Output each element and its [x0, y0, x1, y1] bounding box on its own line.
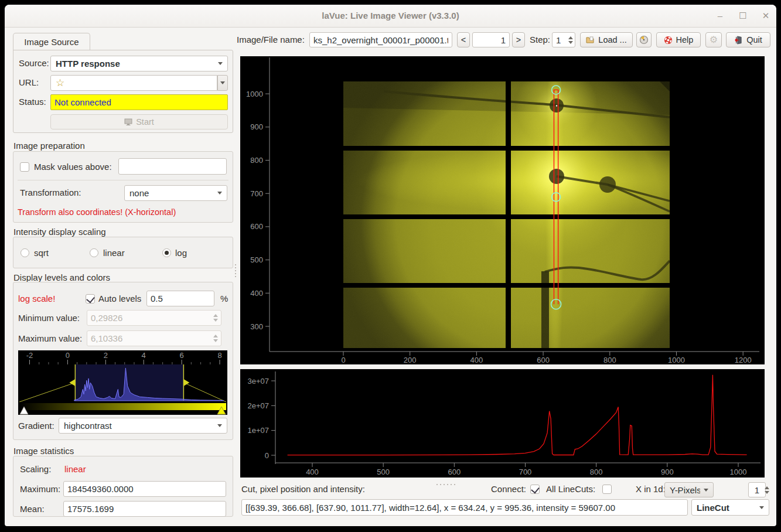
svg-text:900: 900	[661, 468, 674, 476]
svg-text:-2: -2	[26, 351, 33, 360]
file-name-input[interactable]	[309, 32, 452, 47]
all-linecuts-checkbox[interactable]	[602, 485, 612, 494]
svg-text:400: 400	[470, 356, 483, 364]
minimize-icon[interactable]: –	[715, 11, 725, 21]
chevron-down-icon	[217, 424, 222, 427]
mask-value-input[interactable]	[118, 158, 227, 175]
transformation-label: Transformation:	[20, 185, 81, 200]
svg-text:600: 600	[250, 222, 263, 231]
minimum-spin-arrows[interactable]	[211, 310, 220, 326]
splitter-handle-cut-controls[interactable]	[435, 479, 456, 489]
favorite-star-icon[interactable]: ☆	[56, 77, 64, 89]
spin-down-icon[interactable]	[213, 319, 218, 322]
step-spin-arrows[interactable]	[566, 32, 575, 47]
image-statistics-title: Image statistics	[13, 446, 74, 456]
svg-text:6: 6	[179, 351, 183, 360]
start-button-label: Start	[136, 117, 154, 127]
linecut-count-arrows[interactable]	[762, 482, 772, 497]
svg-text:500: 500	[250, 255, 263, 264]
prev-frame-button[interactable]: <	[457, 32, 470, 47]
svg-text:1200: 1200	[735, 356, 752, 364]
intensity-scaling-title: Intensity display scaling	[13, 227, 106, 237]
vertical-splitter-handle[interactable]	[235, 262, 236, 279]
all-linecuts-label: All LineCuts:	[546, 482, 595, 497]
tab-image-source[interactable]: Image Source	[13, 33, 90, 50]
chevron-down-icon	[220, 81, 225, 84]
svg-text:8: 8	[217, 351, 221, 360]
close-icon[interactable]: ✕	[760, 11, 771, 21]
levels-histogram-widget[interactable]: -202468	[18, 350, 227, 415]
chevron-down-icon	[759, 506, 764, 509]
settings-button[interactable]: ⚙	[705, 32, 722, 47]
url-input[interactable]: ☆	[50, 75, 217, 91]
mask-checkbox[interactable]	[20, 162, 29, 172]
url-dropdown-button[interactable]	[217, 75, 228, 91]
detector-image-plot[interactable]: 3004005006007008009001000020040060080010…	[240, 56, 765, 364]
quit-button-label: Quit	[746, 35, 762, 45]
stat-scaling-value: linear	[64, 462, 86, 477]
maximum-spin-arrows[interactable]	[211, 330, 220, 346]
svg-text:1000: 1000	[246, 90, 263, 98]
stat-mean-input[interactable]	[63, 501, 226, 517]
spin-down-icon[interactable]	[765, 491, 769, 494]
radio-linear[interactable]	[90, 248, 98, 257]
connect-checkbox[interactable]	[530, 485, 540, 494]
radio-log-label: log	[175, 245, 187, 261]
svg-text:4: 4	[142, 351, 146, 360]
titlebar[interactable]: laVue: Live Image Viewer (v3.3.0) – ☐ ✕	[5, 5, 776, 28]
connect-label: Connect:	[491, 482, 526, 497]
lifebuoy-icon	[664, 36, 673, 45]
load-button[interactable]: Load ...	[580, 32, 633, 47]
tool-select[interactable]: LineCut	[691, 499, 769, 516]
start-button[interactable]: Start	[50, 114, 228, 129]
auto-levels-input[interactable]	[146, 291, 214, 306]
folder-icon	[586, 36, 595, 44]
gradient-bar[interactable]	[19, 403, 226, 410]
svg-text:0: 0	[66, 351, 70, 360]
app-window: laVue: Live Image Viewer (v3.3.0) – ☐ ✕ …	[5, 5, 776, 526]
radio-linear-label: linear	[103, 245, 125, 261]
stat-maximum-label: Maximum:	[20, 482, 60, 497]
gradient-select[interactable]: highcontrast	[59, 418, 227, 434]
status-label: Status:	[19, 94, 46, 110]
auto-levels-checkbox[interactable]	[86, 294, 95, 303]
transformation-select[interactable]: none	[124, 185, 227, 201]
url-label: URL:	[19, 75, 39, 90]
help-button[interactable]: Help	[656, 32, 701, 47]
radio-sqrt[interactable]	[21, 248, 29, 257]
spin-up-icon[interactable]	[213, 314, 218, 317]
radio-log[interactable]	[162, 248, 171, 257]
svg-text:0: 0	[265, 451, 269, 460]
help-button-label: Help	[676, 35, 694, 45]
spin-down-icon[interactable]	[213, 339, 218, 342]
minimum-value-input[interactable]	[87, 310, 221, 326]
detector-image-svg: 3004005006007008009001000020040060080010…	[240, 56, 765, 364]
spin-up-icon[interactable]	[213, 335, 218, 337]
cut-position-intensity-field[interactable]	[241, 499, 688, 516]
spin-up-icon[interactable]	[568, 36, 573, 39]
timer-button[interactable]	[636, 32, 652, 47]
log-scale-note: log scale!	[18, 291, 55, 306]
source-select[interactable]: HTTP response	[50, 56, 228, 71]
next-frame-button[interactable]: >	[512, 32, 525, 47]
svg-text:300: 300	[250, 322, 263, 331]
svg-text:2e+07: 2e+07	[247, 401, 269, 410]
x-in-1d-select[interactable]: Y-Pixels	[664, 482, 714, 497]
linecut-plot-svg: 01e+072e+073e+074005006007008009001000	[240, 369, 765, 478]
stat-mean-label: Mean:	[20, 502, 45, 517]
maximize-icon[interactable]: ☐	[738, 11, 748, 21]
load-button-label: Load ...	[598, 35, 626, 45]
transformation-value: none	[129, 188, 214, 198]
svg-text:1000: 1000	[730, 468, 747, 476]
spin-up-icon[interactable]	[765, 486, 769, 489]
monitor-icon	[124, 118, 132, 125]
minimum-label: Minimum value:	[18, 311, 80, 326]
frame-number-input[interactable]	[472, 32, 510, 47]
stat-maximum-input[interactable]	[63, 481, 226, 497]
quit-button[interactable]: Quit	[726, 32, 770, 47]
maximum-value-input[interactable]	[87, 330, 221, 346]
linecut-plot[interactable]: 01e+072e+073e+074005006007008009001000	[240, 369, 765, 478]
mask-label: Mask values above:	[34, 159, 112, 175]
spin-down-icon[interactable]	[568, 41, 573, 44]
svg-text:900: 900	[250, 122, 263, 131]
